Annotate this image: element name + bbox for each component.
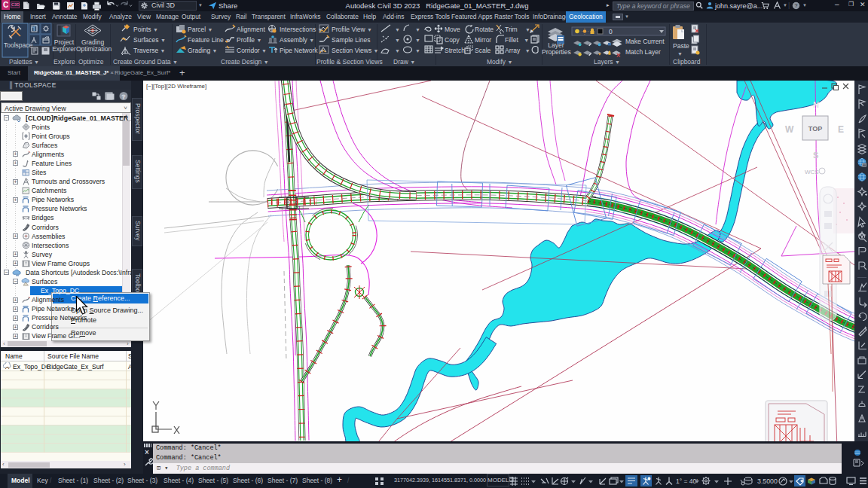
svg-text:0: 0 [609, 28, 613, 35]
svg-text:o: o [648, 476, 650, 480]
svg-text:?: ? [122, 93, 126, 100]
svg-text:W: W [785, 124, 794, 135]
svg-text:?: ? [795, 3, 798, 8]
svg-text:E: E [838, 124, 844, 135]
svg-text:S: S [813, 151, 818, 160]
svg-text:1° = 40′: 1° = 40′ [676, 477, 698, 485]
svg-text:3.5000: 3.5000 [757, 477, 778, 485]
svg-text:[−][Top][2D Wireframe]: [−][Top][2D Wireframe] [146, 83, 206, 90]
svg-text:N: N [813, 100, 819, 109]
svg-text:WCS: WCS [805, 169, 819, 175]
svg-text:TOP: TOP [808, 125, 822, 133]
